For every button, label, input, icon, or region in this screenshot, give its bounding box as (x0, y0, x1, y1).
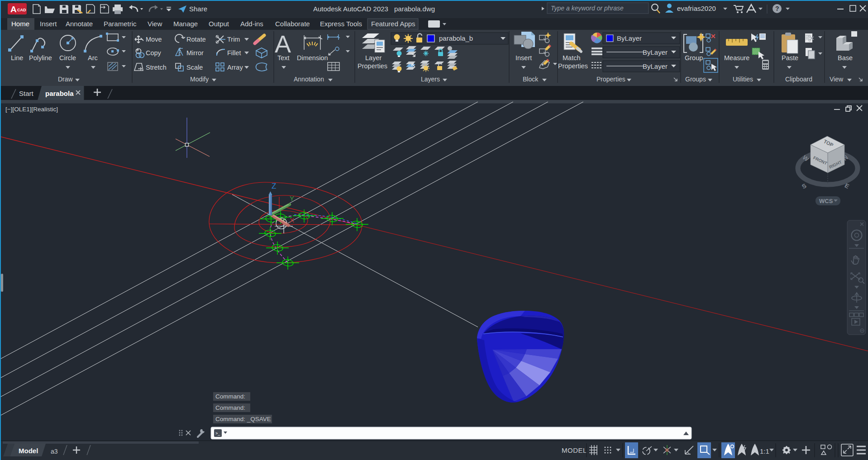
svg-text:ByLayer: ByLayer (643, 62, 668, 70)
svg-text:Output: Output (209, 20, 229, 28)
svg-text:?: ? (775, 5, 779, 12)
svg-text:CAD: CAD (17, 8, 26, 12)
svg-text:Command:: Command: (215, 393, 245, 400)
svg-text:Start: Start (19, 90, 34, 97)
svg-text:Stretch: Stretch (146, 64, 167, 71)
svg-text:Manage: Manage (173, 20, 198, 28)
svg-text:Paste: Paste (782, 54, 798, 62)
svg-text:1:1: 1:1 (760, 447, 769, 455)
svg-text:a3: a3 (51, 448, 58, 455)
svg-text:Featured Apps: Featured Apps (371, 20, 415, 28)
svg-text:Annotation: Annotation (294, 76, 324, 83)
svg-text:Modify: Modify (190, 76, 209, 83)
svg-text:Layers: Layers (421, 76, 440, 83)
svg-text:Arc: Arc (88, 54, 98, 62)
svg-text:Trim: Trim (227, 36, 240, 43)
svg-text:Polyline: Polyline (29, 54, 52, 62)
svg-text:Scale: Scale (186, 64, 203, 71)
svg-text:Layer: Layer (365, 54, 382, 62)
svg-text:Move: Move (146, 36, 162, 43)
svg-text:Properties: Properties (358, 62, 387, 70)
svg-text:Express Tools: Express Tools (320, 20, 362, 28)
svg-text:Share: Share (189, 5, 207, 13)
svg-text:evafrias2020: evafrias2020 (677, 5, 716, 12)
svg-text:Type a keyword or phrase: Type a keyword or phrase (551, 5, 624, 12)
svg-text:Annotate: Annotate (66, 20, 93, 28)
svg-text:X: X (290, 216, 294, 224)
svg-text:Collaborate: Collaborate (275, 20, 310, 28)
svg-text:A: A (275, 30, 291, 57)
svg-text:Mirror: Mirror (186, 49, 204, 57)
svg-text:Properties: Properties (596, 76, 625, 83)
svg-text:Rotate: Rotate (186, 36, 206, 43)
svg-text:Group: Group (685, 54, 703, 62)
svg-text:Command: _QSAVE: Command: _QSAVE (215, 416, 271, 422)
svg-text:Y: Y (290, 194, 294, 202)
svg-text:WCS: WCS (819, 198, 833, 204)
svg-text:>_: >_ (215, 431, 220, 436)
svg-text:Measure: Measure (724, 54, 749, 62)
svg-text:parabola_b: parabola_b (439, 34, 473, 42)
svg-text:Fillet: Fillet (227, 49, 241, 57)
svg-text:Clipboard: Clipboard (785, 76, 812, 83)
svg-text:Insert: Insert (40, 20, 57, 28)
svg-text:Match: Match (563, 54, 581, 62)
svg-text:Z: Z (272, 182, 276, 190)
svg-text:Base: Base (838, 54, 853, 62)
svg-text:Parametric: Parametric (104, 20, 137, 28)
svg-text:Insert: Insert (515, 54, 532, 62)
svg-text:Line: Line (11, 54, 23, 62)
svg-text:Dimension: Dimension (297, 54, 328, 62)
svg-text:Draw: Draw (58, 76, 73, 83)
svg-text:Autodesk AutoCAD 2023: Autodesk AutoCAD 2023 (313, 5, 388, 13)
svg-text:Array: Array (227, 64, 243, 71)
svg-text:Text: Text (277, 54, 290, 62)
svg-text:Command:: Command: (215, 404, 245, 411)
svg-text:MODEL: MODEL (562, 446, 587, 454)
svg-text:Groups: Groups (685, 76, 706, 83)
svg-text:[−][OLE1][Realistic]: [−][OLE1][Realistic] (5, 106, 58, 113)
svg-text:A: A (10, 5, 17, 14)
svg-text:ByLayer: ByLayer (617, 34, 642, 42)
svg-text:Add-ins: Add-ins (240, 20, 263, 28)
svg-text:Utilities: Utilities (733, 76, 753, 83)
svg-text:parabola.dwg: parabola.dwg (394, 5, 435, 13)
svg-text:Properties: Properties (558, 62, 588, 70)
svg-text:ByLayer: ByLayer (643, 48, 668, 56)
svg-text:parabola: parabola (45, 90, 74, 97)
svg-text:Model: Model (19, 447, 38, 455)
svg-text:Circle: Circle (59, 54, 76, 62)
svg-text:View: View (148, 20, 162, 28)
svg-text:Block: Block (523, 76, 539, 83)
svg-text:Home: Home (11, 20, 29, 28)
svg-text:View: View (830, 76, 844, 83)
svg-text:Copy: Copy (146, 49, 162, 57)
